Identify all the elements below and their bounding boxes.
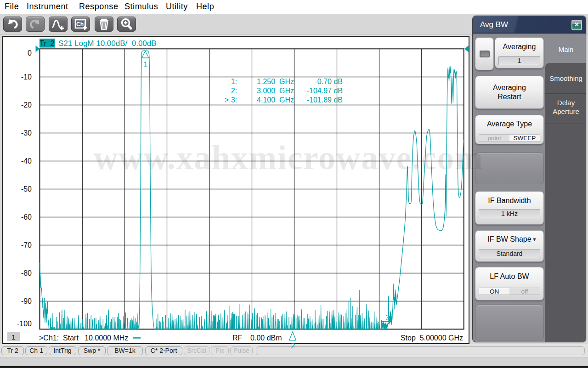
svg-text:-50: -50: [21, 185, 32, 193]
svg-text:0: 0: [28, 49, 32, 57]
svg-text:4.100 GHz: 4.100 GHz: [257, 96, 294, 104]
svg-text:S21 LogM 10.00dB/ 0.00dB: S21 LogM 10.00dB/ 0.00dB: [58, 39, 157, 48]
svg-text:> 3:: > 3:: [225, 96, 237, 104]
svg-text:-100: -100: [17, 320, 32, 328]
svg-text:-60: -60: [21, 213, 32, 221]
svg-text:Stop 5.00000 GHz: Stop 5.00000 GHz: [401, 334, 463, 342]
svg-text:1: 1: [144, 61, 148, 68]
svg-text:3.000 GHz: 3.000 GHz: [257, 87, 294, 95]
svg-text:-104.97 dB: -104.97 dB: [307, 87, 343, 95]
svg-text:-90: -90: [21, 297, 32, 305]
svg-text:2:: 2:: [231, 87, 237, 95]
svg-text:-30: -30: [21, 129, 32, 137]
svg-text:>Ch1: Start 10.0000 MHz: >Ch1: Start 10.0000 MHz: [39, 334, 128, 342]
svg-text:-20: -20: [21, 101, 32, 109]
svg-text:-10: -10: [21, 73, 32, 81]
svg-text:-70: -70: [21, 241, 32, 249]
svg-text:RF 0.00 dBm: RF 0.00 dBm: [232, 334, 282, 342]
svg-text:-80: -80: [21, 269, 32, 277]
svg-text:-40: -40: [21, 157, 32, 165]
svg-text:3: 3: [385, 314, 390, 322]
svg-text:2: 2: [291, 342, 295, 350]
svg-text:1.250 GHz: 1.250 GHz: [257, 78, 294, 85]
svg-text:-101.89 dB: -101.89 dB: [307, 96, 343, 104]
svg-text:1: 1: [11, 333, 15, 341]
svg-text:Tr 2: Tr 2: [40, 40, 54, 47]
svg-text:-0.70 dB: -0.70 dB: [315, 78, 343, 85]
svg-text:1:: 1:: [231, 78, 237, 85]
